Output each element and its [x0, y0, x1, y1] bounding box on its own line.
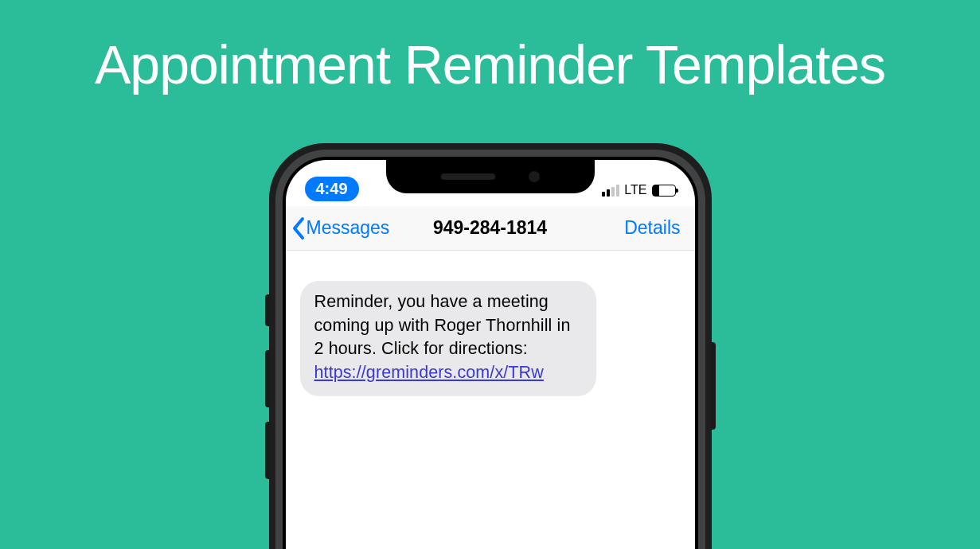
status-time: 4:49	[305, 177, 359, 201]
speaker-grille	[441, 173, 495, 180]
network-label: LTE	[624, 183, 646, 197]
back-button[interactable]: Messages	[291, 216, 390, 240]
chevron-left-icon	[291, 216, 308, 240]
page-title: Appointment Reminder Templates	[0, 0, 980, 95]
notch	[386, 160, 595, 193]
details-button[interactable]: Details	[624, 217, 688, 239]
battery-icon	[652, 185, 676, 197]
back-label: Messages	[306, 217, 390, 239]
front-camera-icon	[529, 171, 540, 182]
power-button	[711, 342, 716, 430]
contact-number[interactable]: 949-284-1814	[433, 217, 547, 239]
phone-screen: 4:49 LTE	[286, 160, 695, 549]
message-link[interactable]: https://greminders.com/x/TRw	[314, 363, 544, 382]
messages-area: Reminder, you have a meeting coming up w…	[286, 251, 695, 396]
phone-mockup: 4:49 LTE	[269, 143, 712, 549]
volume-down-button	[265, 422, 270, 479]
signal-icon	[602, 185, 619, 197]
volume-up-button	[265, 350, 270, 407]
messages-nav-bar: Messages 949-284-1814 Details	[286, 206, 695, 251]
message-text: Reminder, you have a meeting coming up w…	[314, 292, 571, 358]
message-bubble[interactable]: Reminder, you have a meeting coming up w…	[300, 281, 596, 396]
mute-switch	[265, 294, 270, 326]
